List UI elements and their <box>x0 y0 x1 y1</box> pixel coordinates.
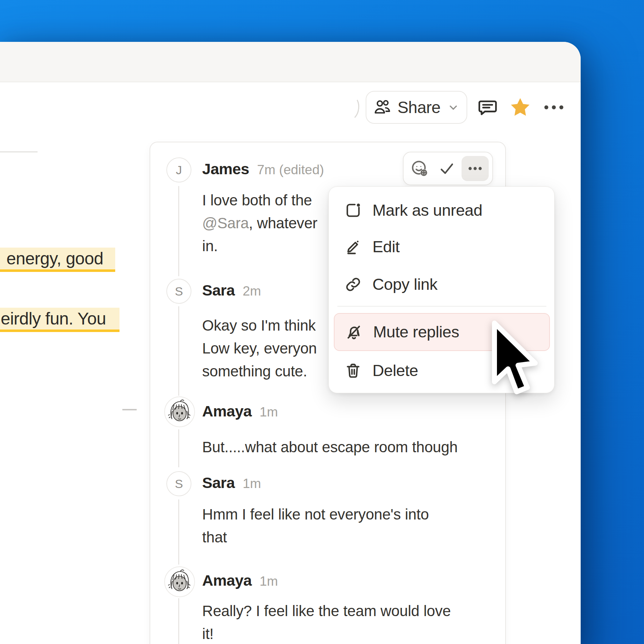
comment-author: Amaya <box>202 572 252 589</box>
sketch-portrait-icon <box>165 567 194 596</box>
thread-line <box>178 598 179 644</box>
people-icon <box>372 98 392 117</box>
menu-divider <box>337 306 546 307</box>
mouse-cursor <box>487 319 541 402</box>
add-reaction-button[interactable] <box>407 156 432 181</box>
sketch-portrait-icon <box>165 397 194 426</box>
comment-text: But.....what about escape room though <box>202 436 458 459</box>
avatar: S <box>166 471 191 496</box>
comment-actions-toolbar <box>403 152 493 185</box>
comment-author: Sara <box>202 474 235 492</box>
ellipsis-icon <box>542 96 566 119</box>
screenshot-stage: Share energy, good eirdl <box>0 0 644 644</box>
comment-header: Amaya 1m <box>202 572 278 589</box>
page-divider <box>0 151 38 152</box>
user-mention[interactable]: @Sara <box>202 215 249 231</box>
checkmark-icon <box>438 159 456 178</box>
comments-button[interactable] <box>476 96 499 119</box>
menu-item-edit[interactable]: Edit <box>334 230 550 264</box>
comment-text: Hmm I feel like not everyone's into that <box>202 503 429 549</box>
comment-timestamp: 1m <box>260 405 278 420</box>
comment-timestamp: 1m <box>260 574 278 589</box>
thread-line <box>178 306 179 396</box>
menu-item-mark-as-unread[interactable]: Mark as unread <box>334 193 550 228</box>
comment-text: I love both of the @Sara, whatever in. <box>202 189 317 258</box>
amaya-avatar <box>164 566 195 597</box>
star-icon <box>508 96 532 119</box>
thread-line <box>178 499 179 565</box>
comment-timestamp: 1m <box>243 476 261 491</box>
bell-slash-icon <box>345 323 363 341</box>
trash-icon <box>344 361 362 380</box>
edit-pencil-icon <box>344 238 362 256</box>
comment-text: Okay so I'm think Low key, everyon somet… <box>202 314 317 383</box>
comment-text: Really? I feel like the team would love … <box>202 600 451 644</box>
comment-author: Sara <box>202 282 235 299</box>
avatar: S <box>166 279 191 304</box>
emoji-add-icon <box>410 158 430 179</box>
chat-bubble-icon <box>477 96 499 118</box>
comment-header: Sara 1m <box>202 474 261 492</box>
comment-header: Amaya 1m <box>202 402 278 420</box>
ellipsis-icon <box>466 159 484 178</box>
chevron-down-icon <box>446 100 460 114</box>
thread-line <box>178 429 179 467</box>
more-menu-button[interactable] <box>542 96 565 119</box>
highlighted-text-1: energy, good <box>0 248 115 272</box>
comment-author: James <box>202 160 249 178</box>
share-button-label: Share <box>397 98 440 117</box>
comment-more-button[interactable] <box>462 156 489 181</box>
resolve-button[interactable] <box>434 156 459 181</box>
comment-timestamp: 7m (edited) <box>257 162 324 177</box>
menu-item-copy-link[interactable]: Copy link <box>334 267 550 302</box>
comment-header: Sara 2m <box>202 282 261 299</box>
comment-timestamp: 2m <box>243 284 261 299</box>
comment-author: Amaya <box>202 402 252 420</box>
mark-unread-icon <box>344 201 362 220</box>
share-button[interactable]: Share <box>366 91 467 124</box>
thread-line <box>178 186 179 276</box>
highlighted-text-2: eirdly fun. You <box>0 308 119 332</box>
window-top-strip <box>0 42 581 82</box>
cursor-arrow-icon <box>487 319 541 402</box>
favorite-button[interactable] <box>509 96 532 119</box>
comment-header: James 7m (edited) <box>202 160 324 178</box>
page-text-dash <box>122 409 137 410</box>
avatar: J <box>166 157 191 182</box>
amaya-avatar <box>164 396 195 427</box>
link-icon <box>344 275 362 294</box>
